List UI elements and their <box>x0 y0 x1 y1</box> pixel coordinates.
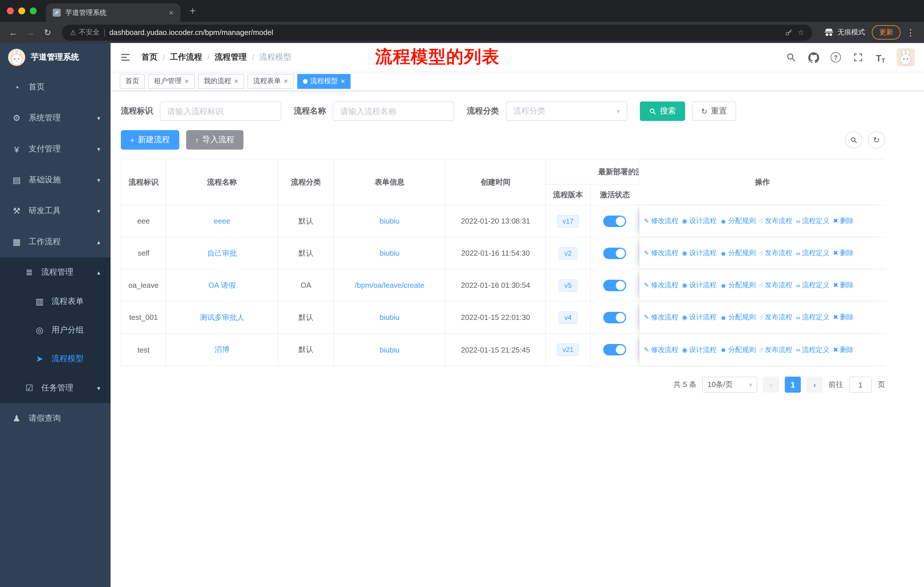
page-size-select[interactable]: 10条/页 ▾ <box>702 377 757 393</box>
action-edit[interactable]: ✎修改流程 <box>644 248 678 258</box>
action-design[interactable]: ◉设计流程 <box>682 248 716 258</box>
reset-button[interactable]: ↻ 重置 <box>692 101 736 121</box>
form-link[interactable]: biubiu <box>380 346 399 354</box>
window-close-button[interactable] <box>7 7 14 14</box>
user-avatar[interactable] <box>896 48 915 66</box>
sidebar-item-devtools[interactable]: ⚒ 研发工具 ▾ <box>0 195 111 227</box>
hamburger-icon[interactable] <box>120 51 131 63</box>
action-definition[interactable]: ∞流程定义 <box>796 248 830 258</box>
status-toggle[interactable] <box>603 312 626 323</box>
action-publish[interactable]: ☝发布流程 <box>759 248 792 258</box>
sidebar-logo[interactable]: 芋道管理系统 <box>0 43 111 72</box>
version-badge[interactable]: v2 <box>559 247 577 260</box>
search-icon[interactable] <box>785 51 797 64</box>
action-assign-rule[interactable]: ☻分配规则 <box>720 248 756 258</box>
status-toggle[interactable] <box>603 344 626 356</box>
action-delete[interactable]: ✖删除 <box>833 248 853 258</box>
page-1-button[interactable]: 1 <box>785 377 801 393</box>
import-process-button[interactable]: ↑ 导入流程 <box>186 130 243 150</box>
version-badge[interactable]: v5 <box>559 279 577 291</box>
action-publish[interactable]: ☝发布流程 <box>759 345 792 355</box>
category-select[interactable]: 流程分类 ▾ <box>506 101 627 121</box>
form-link[interactable]: biubiu <box>380 249 399 257</box>
create-process-button[interactable]: + 新建流程 <box>121 130 179 150</box>
action-edit[interactable]: ✎修改流程 <box>644 280 678 290</box>
process-name-link[interactable]: eeee <box>214 217 230 225</box>
sidebar-item-process-model[interactable]: ➤ 流程模型 <box>0 344 111 373</box>
tag-tenant-management[interactable]: 租户管理 × <box>148 74 195 89</box>
action-delete[interactable]: ✖删除 <box>833 345 853 355</box>
close-icon[interactable]: × <box>341 77 345 85</box>
font-size-icon[interactable]: TT <box>874 51 887 64</box>
refresh-table-button[interactable]: ↻ <box>868 131 885 149</box>
status-toggle[interactable] <box>603 247 626 259</box>
forward-icon[interactable]: → <box>23 25 38 40</box>
chrome-update-button[interactable]: 更新 <box>872 25 901 40</box>
close-icon[interactable]: × <box>234 77 238 85</box>
search-button[interactable]: 搜索 <box>640 101 685 121</box>
back-icon[interactable]: ← <box>6 25 21 40</box>
action-publish[interactable]: ☝发布流程 <box>759 313 792 322</box>
action-definition[interactable]: ∞流程定义 <box>796 280 830 290</box>
action-definition[interactable]: ∞流程定义 <box>796 216 830 226</box>
close-icon[interactable]: × <box>284 77 288 85</box>
action-edit[interactable]: ✎修改流程 <box>644 345 678 355</box>
tag-home[interactable]: 首页 <box>120 74 145 89</box>
sidebar-item-user-group[interactable]: ◎ 用户分组 <box>0 316 111 344</box>
password-key-icon[interactable] <box>785 28 793 36</box>
sidebar-item-leave-query[interactable]: ♟ 请假查询 <box>0 403 111 434</box>
sidebar-item-infrastructure[interactable]: ▤ 基础设施 ▾ <box>0 165 111 195</box>
process-key-input[interactable] <box>160 101 281 121</box>
action-assign-rule[interactable]: ☻分配规则 <box>720 313 756 322</box>
status-toggle[interactable] <box>603 279 626 291</box>
window-minimize-button[interactable] <box>18 7 25 14</box>
goto-page-input[interactable] <box>849 377 872 393</box>
toggle-search-button[interactable] <box>845 131 862 149</box>
action-edit[interactable]: ✎修改流程 <box>644 216 678 226</box>
action-design[interactable]: ◉设计流程 <box>682 280 716 290</box>
action-design[interactable]: ◉设计流程 <box>682 345 716 355</box>
tag-my-process[interactable]: 我的流程 × <box>198 74 244 89</box>
tag-process-form[interactable]: 流程表单 × <box>248 74 294 89</box>
version-badge[interactable]: v21 <box>557 343 579 356</box>
browser-tab[interactable]: 芋道管理系统 × <box>46 3 180 22</box>
action-design[interactable]: ◉设计流程 <box>682 216 716 226</box>
sidebar-item-process-form[interactable]: ▥ 流程表单 <box>0 287 111 316</box>
tab-close-icon[interactable]: × <box>169 8 173 17</box>
action-definition[interactable]: ∞流程定义 <box>796 313 830 322</box>
window-zoom-button[interactable] <box>30 7 37 14</box>
sidebar-item-home[interactable]: ◔ 首页 <box>0 72 111 103</box>
version-badge[interactable]: v4 <box>559 311 577 324</box>
process-name-link[interactable]: 滔博 <box>214 345 229 354</box>
process-name-link[interactable]: 自己审批 <box>207 248 237 257</box>
breadcrumb-process-management[interactable]: 流程管理 <box>215 52 247 63</box>
form-link[interactable]: biubiu <box>380 313 399 322</box>
sidebar-item-system[interactable]: ⚙ 系统管理 ▾ <box>0 103 111 134</box>
security-chip[interactable]: ⚠ 不安全 <box>70 28 100 37</box>
prev-page-button[interactable]: ‹ <box>763 377 779 393</box>
action-edit[interactable]: ✎修改流程 <box>644 313 678 322</box>
action-delete[interactable]: ✖删除 <box>833 216 853 226</box>
process-name-input[interactable] <box>333 101 454 121</box>
form-link[interactable]: /bpm/oa/leave/create <box>355 281 424 289</box>
action-assign-rule[interactable]: ☻分配规则 <box>720 280 756 290</box>
next-page-button[interactable]: › <box>807 377 823 393</box>
form-link[interactable]: biubiu <box>380 217 399 225</box>
fullscreen-icon[interactable] <box>852 51 865 64</box>
browser-menu-icon[interactable]: ⋮ <box>903 27 918 38</box>
process-name-link[interactable]: OA 请假 <box>208 281 236 289</box>
sidebar-item-payment[interactable]: ¥ 支付管理 ▾ <box>0 134 111 165</box>
tag-process-model[interactable]: 流程模型 × <box>297 74 351 89</box>
reload-icon[interactable]: ↻ <box>40 25 55 40</box>
action-delete[interactable]: ✖删除 <box>833 313 853 322</box>
sidebar-item-task-management[interactable]: ☑ 任务管理 ▾ <box>0 373 111 403</box>
status-toggle[interactable] <box>603 215 626 227</box>
sidebar-item-workflow[interactable]: ▦ 工作流程 ▴ <box>0 227 111 257</box>
action-assign-rule[interactable]: ☻分配规则 <box>720 345 756 355</box>
action-publish[interactable]: ☝发布流程 <box>759 280 792 290</box>
close-icon[interactable]: × <box>185 77 189 85</box>
new-tab-button[interactable]: + <box>190 5 196 17</box>
action-delete[interactable]: ✖删除 <box>833 280 853 290</box>
action-design[interactable]: ◉设计流程 <box>682 313 716 322</box>
address-bar[interactable]: ⚠ 不安全 dashboard.yudao.iocoder.cn/bpm/man… <box>62 24 812 40</box>
